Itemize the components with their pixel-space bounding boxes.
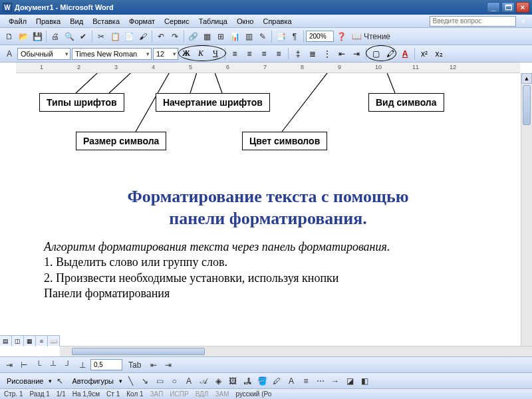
menu-insert[interactable]: Вставка [88, 16, 124, 27]
print-icon[interactable]: 🖨 [49, 30, 62, 43]
normal-view-icon[interactable]: ▤ [0, 336, 12, 346]
align-right-icon[interactable]: ≡ [257, 47, 271, 61]
line-style-icon[interactable]: ≡ [299, 374, 313, 388]
superscript-icon[interactable]: x² [418, 47, 431, 61]
menu-edit[interactable]: Правка [31, 16, 65, 27]
styles-pane-icon[interactable]: A [3, 47, 16, 61]
help-search-input[interactable] [430, 16, 516, 27]
format-painter-icon[interactable]: 🖌 [136, 30, 150, 43]
font-color-icon[interactable]: A [398, 47, 412, 61]
fill-color-icon[interactable]: 🪣 [255, 374, 269, 388]
font-size-combo[interactable]: 12 [153, 48, 178, 60]
highlight-icon[interactable]: 🖍 [384, 47, 397, 61]
autoshapes-dropdown-icon[interactable]: ▾ [119, 378, 122, 384]
draw-dropdown-icon[interactable]: ▾ [49, 378, 52, 384]
print-preview-icon[interactable]: 🔍 [63, 30, 76, 43]
shadow-icon[interactable]: ◪ [343, 374, 356, 388]
menu-help[interactable]: Справка [258, 16, 296, 27]
menu-view[interactable]: Вид [65, 16, 88, 27]
doc-close-button[interactable]: × [519, 17, 528, 25]
minimize-button[interactable]: _ [487, 2, 500, 13]
autoshapes-menu[interactable]: Автофигуры [68, 377, 118, 385]
3d-icon[interactable]: ◧ [358, 374, 371, 388]
arrow-style-icon[interactable]: → [329, 374, 342, 388]
vertical-scrollbar[interactable]: ▲ ▼ [521, 73, 532, 356]
tab-center-icon[interactable]: ┴ [47, 358, 60, 372]
web-view-icon[interactable]: ◫ [12, 336, 24, 346]
menu-window[interactable]: Окно [232, 16, 259, 27]
tab-button[interactable]: Tab [124, 358, 146, 372]
clipart-icon[interactable]: 🖼 [226, 374, 239, 388]
copy-icon[interactable]: 📋 [108, 30, 122, 43]
open-icon[interactable]: 📂 [17, 30, 30, 43]
menu-table[interactable]: Таблица [194, 16, 232, 27]
document-area[interactable]: Типы шрифтов Размер символа Начертание ш… [0, 73, 532, 350]
maximize-button[interactable]: 🗖 [501, 2, 515, 13]
new-icon[interactable]: 🗋 [3, 30, 16, 43]
picture-icon[interactable]: 🏞 [241, 374, 254, 388]
textbox-icon[interactable]: A [182, 374, 196, 388]
tab-left-icon[interactable]: └ [32, 358, 45, 372]
rectangle-icon[interactable]: ▭ [153, 374, 166, 388]
columns-icon[interactable]: ▥ [242, 30, 255, 43]
save-icon[interactable]: 💾 [31, 30, 44, 43]
bullets-icon[interactable]: ⋮ [321, 47, 334, 61]
insert-table-icon[interactable]: ⊞ [214, 30, 227, 43]
align-center-icon[interactable]: ≡ [243, 47, 256, 61]
numbering-icon[interactable]: ≣ [306, 47, 319, 61]
arrow-icon[interactable]: ↘ [138, 374, 152, 388]
outdent-icon[interactable]: ⇥ [162, 358, 175, 372]
reading-layout-button[interactable]: 📖 Чтение [348, 30, 394, 43]
menu-file[interactable]: Файл [4, 16, 31, 27]
line-color-icon[interactable]: 🖊 [270, 374, 283, 388]
doc-map-icon[interactable]: 📑 [274, 30, 287, 43]
redo-icon[interactable]: ↷ [168, 30, 182, 43]
tab-icon[interactable]: ⇥ [3, 358, 16, 372]
indent-icon[interactable]: ⇤ [147, 358, 160, 372]
wordart-icon[interactable]: 𝒜 [197, 374, 210, 388]
show-marks-icon[interactable]: ¶ [288, 30, 301, 43]
horizontal-scrollbar[interactable] [60, 346, 532, 356]
decrease-indent-icon[interactable]: ⇤ [335, 47, 348, 61]
subscript-icon[interactable]: x₂ [432, 47, 446, 61]
spellcheck-icon[interactable]: ✔ [76, 30, 90, 43]
align-justify-icon[interactable]: ≡ [272, 47, 285, 61]
draw-menu[interactable]: Рисование [3, 377, 47, 385]
close-button[interactable]: × [516, 2, 529, 13]
align-left-icon[interactable]: ≡ [228, 47, 241, 61]
oval-icon[interactable]: ○ [168, 374, 181, 388]
horizontal-ruler[interactable]: 1 2 3 4 5 6 7 8 9 10 11 12 [16, 63, 520, 73]
tab-stop-icon[interactable]: ⊢ [17, 358, 31, 372]
italic-button[interactable]: К [194, 47, 207, 61]
outline-view-icon[interactable]: ≡ [36, 336, 48, 346]
font-color-draw-icon[interactable]: A [285, 374, 298, 388]
line-spacing-icon[interactable]: ‡ [291, 47, 305, 61]
hyperlink-icon[interactable]: 🔗 [186, 30, 200, 43]
tab-decimal-icon[interactable]: ⊥ [76, 358, 89, 372]
increase-indent-icon[interactable]: ⇥ [350, 47, 363, 61]
paste-icon[interactable]: 📄 [122, 30, 136, 43]
tables-borders-icon[interactable]: ▦ [200, 30, 213, 43]
underline-button[interactable]: Ч [209, 47, 222, 61]
undo-icon[interactable]: ↶ [154, 30, 168, 43]
diagram-icon[interactable]: ◈ [211, 374, 225, 388]
dash-style-icon[interactable]: ⋯ [314, 374, 327, 388]
scroll-up-icon[interactable]: ▲ [521, 73, 532, 84]
print-view-icon[interactable]: ▦ [24, 336, 36, 346]
line-icon[interactable]: ╲ [124, 374, 137, 388]
borders-icon[interactable]: ▢ [369, 47, 382, 61]
hscroll-thumb[interactable] [72, 348, 205, 355]
select-objects-icon[interactable]: ↖ [53, 374, 66, 388]
menu-format[interactable]: Формат [124, 16, 160, 27]
scroll-thumb[interactable] [523, 85, 531, 125]
style-combo[interactable]: Обычный [17, 48, 70, 60]
reading-view-icon[interactable]: 📖 [48, 336, 60, 346]
help-icon[interactable]: ❓ [334, 30, 348, 43]
cut-icon[interactable]: ✂ [94, 30, 108, 43]
excel-icon[interactable]: 📊 [228, 30, 241, 43]
zoom-combo[interactable]: 200% [306, 31, 334, 42]
tab-right-icon[interactable]: ┘ [61, 358, 74, 372]
tab-position-combo[interactable]: 0,5 [90, 359, 122, 370]
drawing-icon[interactable]: ✎ [256, 30, 269, 43]
menu-tools[interactable]: Сервис [160, 16, 194, 27]
